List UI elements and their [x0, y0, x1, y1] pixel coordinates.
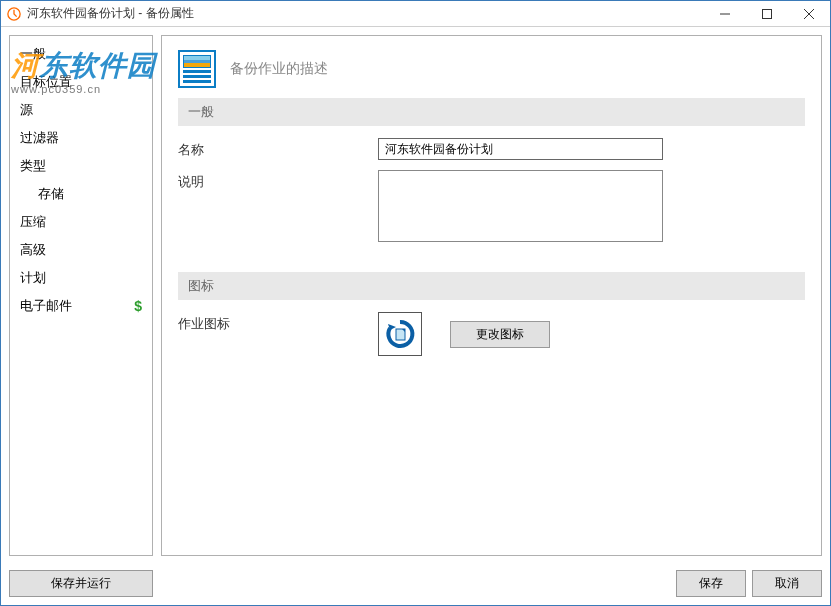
content-area: 河东软件园 www.pc0359.cn 一般 目标位置 源 过滤器 类型 存储 … — [1, 27, 830, 564]
sidebar-list: 一般 目标位置 源 过滤器 类型 存储 压缩 高级 计划 电子邮件 $ — [10, 36, 152, 555]
window-controls — [704, 1, 830, 26]
window-title: 河东软件园备份计划 - 备份属性 — [27, 5, 704, 22]
main-panel: 备份作业的描述 一般 名称 说明 图标 — [161, 35, 822, 556]
maximize-button[interactable] — [746, 1, 788, 26]
window: 河东软件园备份计划 - 备份属性 河东软件园 www.pc0359.cn 一般 … — [0, 0, 831, 606]
save-button[interactable]: 保存 — [676, 570, 746, 597]
sidebar-item-email[interactable]: 电子邮件 $ — [10, 292, 152, 320]
cancel-button[interactable]: 取消 — [752, 570, 822, 597]
app-icon — [7, 7, 21, 21]
sidebar-item-general[interactable]: 一般 — [10, 40, 152, 68]
footer: 保存并运行 保存 取消 — [1, 564, 830, 605]
page-title: 备份作业的描述 — [230, 60, 328, 78]
section-icon: 图标 作业图标 更改图标 — [162, 272, 821, 366]
change-icon-button[interactable]: 更改图标 — [450, 321, 550, 348]
main-header: 备份作业的描述 — [162, 36, 821, 98]
icon-label: 作业图标 — [178, 312, 378, 333]
minimize-button[interactable] — [704, 1, 746, 26]
icon-preview — [378, 312, 422, 356]
sidebar-item-type[interactable]: 类型 — [10, 152, 152, 180]
form-row-icon: 作业图标 更改图标 — [178, 312, 805, 356]
section-header-general: 一般 — [178, 98, 805, 126]
name-input[interactable] — [378, 138, 663, 160]
name-label: 名称 — [178, 138, 378, 159]
dollar-icon: $ — [134, 298, 142, 314]
titlebar: 河东软件园备份计划 - 备份属性 — [1, 1, 830, 27]
desc-label: 说明 — [178, 170, 378, 191]
sidebar: 一般 目标位置 源 过滤器 类型 存储 压缩 高级 计划 电子邮件 $ — [9, 35, 153, 556]
sidebar-item-advanced[interactable]: 高级 — [10, 236, 152, 264]
sidebar-item-plan[interactable]: 计划 — [10, 264, 152, 292]
sidebar-item-filter[interactable]: 过滤器 — [10, 124, 152, 152]
desc-textarea[interactable] — [378, 170, 663, 242]
sidebar-item-storage[interactable]: 存储 — [10, 180, 152, 208]
close-button[interactable] — [788, 1, 830, 26]
section-general: 一般 名称 说明 — [162, 98, 821, 256]
sidebar-item-compress[interactable]: 压缩 — [10, 208, 152, 236]
form-row-name: 名称 — [178, 138, 805, 160]
sidebar-item-source[interactable]: 源 — [10, 96, 152, 124]
description-icon — [178, 50, 216, 88]
sidebar-item-target[interactable]: 目标位置 — [10, 68, 152, 96]
svg-rect-2 — [763, 9, 772, 18]
save-and-run-button[interactable]: 保存并运行 — [9, 570, 153, 597]
section-header-icon: 图标 — [178, 272, 805, 300]
form-row-desc: 说明 — [178, 170, 805, 246]
backup-icon — [384, 318, 416, 350]
